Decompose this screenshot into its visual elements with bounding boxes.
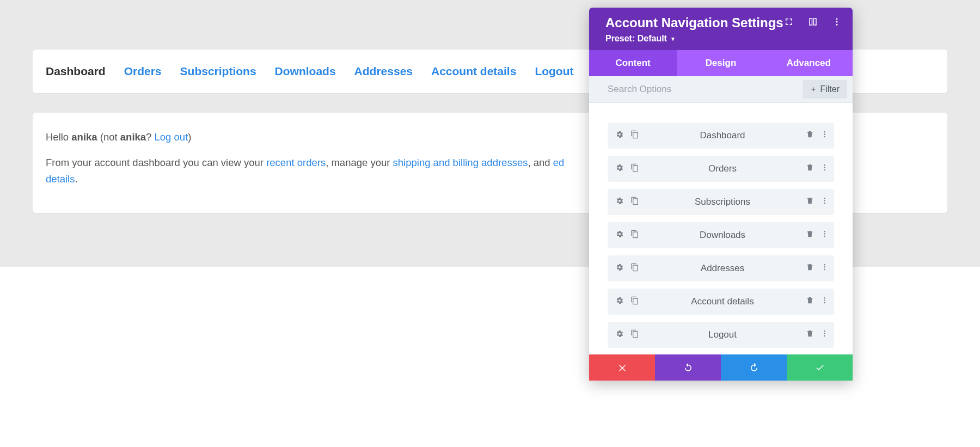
tab-advanced[interactable]: Advanced	[765, 50, 853, 76]
tab-design[interactable]: Design	[677, 50, 764, 76]
gear-icon[interactable]	[615, 130, 624, 142]
logout-link[interactable]: Log out	[155, 131, 188, 143]
duplicate-icon[interactable]	[630, 296, 639, 308]
gear-icon[interactable]	[615, 263, 624, 274]
duplicate-icon[interactable]	[630, 130, 639, 142]
more-icon[interactable]	[820, 197, 829, 207]
item-label: Account details	[639, 296, 806, 307]
duplicate-icon[interactable]	[630, 197, 639, 208]
not-suffix: ?	[146, 131, 154, 143]
gear-icon[interactable]	[615, 329, 624, 341]
item-label: Dashboard	[639, 130, 806, 141]
save-button[interactable]	[787, 354, 853, 381]
item-left-actions	[615, 230, 639, 241]
nav-setting-item[interactable]: Orders	[608, 156, 834, 182]
gear-icon[interactable]	[615, 197, 624, 208]
nav-item-subscriptions[interactable]: Subscriptions	[180, 65, 256, 78]
more-icon[interactable]	[820, 230, 829, 241]
panel-header: Account Navigation Settings Preset: Defa…	[589, 8, 853, 50]
trash-icon[interactable]	[806, 296, 814, 307]
item-label: Orders	[639, 163, 806, 174]
svg-point-21	[824, 330, 825, 332]
trash-icon[interactable]	[806, 197, 814, 207]
columns-icon[interactable]	[808, 17, 818, 29]
svg-point-10	[824, 200, 825, 201]
nav-setting-item[interactable]: Addresses	[608, 255, 834, 281]
svg-point-8	[824, 169, 825, 171]
filter-label: Filter	[820, 84, 840, 94]
gear-icon[interactable]	[615, 296, 624, 308]
more-icon[interactable]	[820, 130, 829, 141]
duplicate-icon[interactable]	[630, 263, 639, 274]
duplicate-icon[interactable]	[630, 163, 639, 175]
edit-link-truncated[interactable]: ed	[553, 157, 565, 168]
svg-point-16	[824, 266, 825, 268]
item-label: Addresses	[639, 263, 806, 274]
more-icon[interactable]	[820, 263, 829, 274]
gear-icon[interactable]	[615, 230, 624, 241]
trash-icon[interactable]	[806, 329, 814, 340]
item-right-actions	[806, 163, 829, 174]
more-icon[interactable]	[820, 296, 829, 307]
svg-point-13	[824, 233, 825, 235]
expand-icon[interactable]	[784, 17, 794, 29]
nav-item-account-details[interactable]: Account details	[431, 65, 516, 78]
items-list[interactable]: DashboardOrdersSubscriptionsDownloadsAdd…	[589, 103, 853, 354]
username-repeat: anika	[120, 131, 146, 143]
svg-point-19	[824, 299, 825, 301]
more-icon[interactable]	[832, 17, 842, 29]
shipping-link[interactable]: shipping and billing addresses	[393, 157, 528, 168]
item-right-actions	[806, 296, 829, 307]
trash-icon[interactable]	[806, 163, 814, 174]
item-label: Subscriptions	[639, 197, 806, 207]
item-left-actions	[615, 197, 639, 208]
svg-point-5	[824, 136, 825, 138]
nav-setting-item[interactable]: Dashboard	[608, 123, 834, 149]
trash-icon[interactable]	[806, 130, 814, 141]
item-left-actions	[615, 130, 639, 142]
redo-button[interactable]	[721, 354, 787, 381]
svg-point-1	[836, 21, 838, 23]
nav-item-dashboard[interactable]: Dashboard	[46, 65, 106, 78]
svg-point-6	[824, 164, 825, 166]
tab-content[interactable]: Content	[589, 50, 677, 76]
nav-item-addresses[interactable]: Addresses	[354, 65, 413, 78]
nav-item-orders[interactable]: Orders	[124, 65, 162, 78]
svg-point-4	[824, 133, 825, 135]
nav-setting-item[interactable]: Downloads	[608, 222, 834, 248]
nav-item-logout[interactable]: Logout	[535, 65, 573, 78]
duplicate-icon[interactable]	[630, 329, 639, 341]
cancel-button[interactable]	[589, 354, 655, 381]
preset-label: Preset: Default	[605, 34, 667, 44]
item-left-actions	[615, 263, 639, 274]
more-icon[interactable]	[820, 163, 829, 174]
filter-button[interactable]: Filter	[803, 80, 847, 99]
preset-selector[interactable]: Preset: Default ▼	[605, 34, 842, 44]
username: anika	[71, 131, 97, 143]
greeting-prefix: Hello	[46, 131, 71, 143]
trash-icon[interactable]	[806, 263, 814, 274]
more-icon[interactable]	[820, 329, 829, 340]
item-right-actions	[806, 263, 829, 274]
panel-header-actions	[784, 17, 842, 29]
nav-setting-item[interactable]: Logout	[608, 322, 834, 348]
trash-icon[interactable]	[806, 230, 814, 241]
chevron-down-icon: ▼	[670, 36, 676, 42]
nav-item-downloads[interactable]: Downloads	[275, 65, 336, 78]
settings-panel: Account Navigation Settings Preset: Defa…	[589, 8, 853, 381]
nav-setting-item[interactable]: Subscriptions	[608, 189, 834, 215]
gear-icon[interactable]	[615, 163, 624, 175]
details-link[interactable]: details	[46, 173, 75, 185]
duplicate-icon[interactable]	[630, 230, 639, 241]
recent-orders-link[interactable]: recent orders	[266, 157, 326, 168]
panel-footer	[589, 354, 853, 381]
body-prefix: From your account dashboard you can view…	[46, 157, 266, 168]
undo-button[interactable]	[655, 354, 721, 381]
svg-point-12	[824, 231, 825, 232]
close-paren: )	[188, 131, 191, 143]
svg-point-20	[824, 302, 825, 304]
svg-point-18	[824, 297, 825, 299]
search-input[interactable]	[589, 76, 803, 102]
svg-point-22	[824, 333, 825, 334]
nav-setting-item[interactable]: Account details	[608, 289, 834, 315]
